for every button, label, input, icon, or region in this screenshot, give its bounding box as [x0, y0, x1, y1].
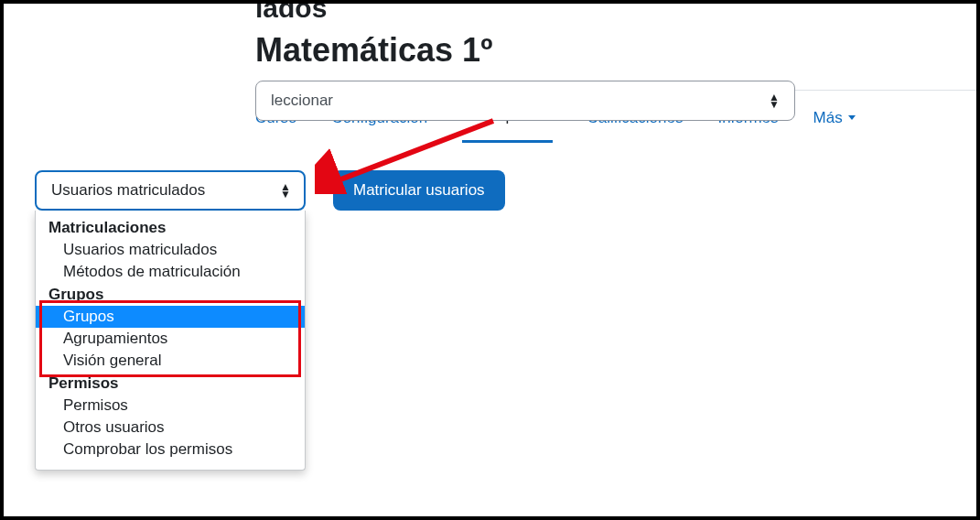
sort-icon: ▲▼: [769, 93, 780, 108]
dd-item-permisos[interactable]: Permisos: [36, 395, 305, 417]
filter-select[interactable]: leccionar ▲▼: [255, 81, 795, 121]
dd-header-matriculaciones: Matriculaciones: [36, 216, 305, 239]
dd-item-metodos-matriculacion[interactable]: Métodos de matriculación: [36, 261, 305, 283]
dd-header-permisos: Permisos: [36, 372, 305, 395]
dd-item-usuarios-matriculados[interactable]: Usuarios matriculados: [36, 239, 305, 261]
dd-item-grupos[interactable]: Grupos: [36, 306, 305, 328]
chevron-down-icon: [848, 115, 856, 120]
tab-mas-label: Más: [813, 109, 843, 127]
dd-header-grupos: Grupos: [36, 283, 305, 306]
dropdown-panel: Matriculaciones Usuarios matriculados Mé…: [35, 211, 306, 471]
dd-item-otros-usuarios[interactable]: Otros usuarios: [36, 417, 305, 439]
filter-select-label: leccionar: [271, 92, 333, 110]
participants-dropdown[interactable]: Usuarios matriculados ▲▼: [35, 170, 306, 211]
dd-item-agrupamientos[interactable]: Agrupamientos: [36, 328, 305, 350]
dropdown-selected-label: Usuarios matriculados: [51, 181, 205, 199]
partial-heading: lados: [255, 0, 976, 24]
tab-mas[interactable]: Más: [813, 107, 856, 143]
dd-item-comprobar-permisos[interactable]: Comprobar los permisos: [36, 439, 305, 460]
sort-icon: ▲▼: [280, 183, 291, 198]
enroll-users-button[interactable]: Matricular usuarios: [333, 170, 505, 211]
page-title: Matemáticas 1º: [255, 31, 976, 70]
dd-item-vision-general[interactable]: Visión general: [36, 350, 305, 372]
